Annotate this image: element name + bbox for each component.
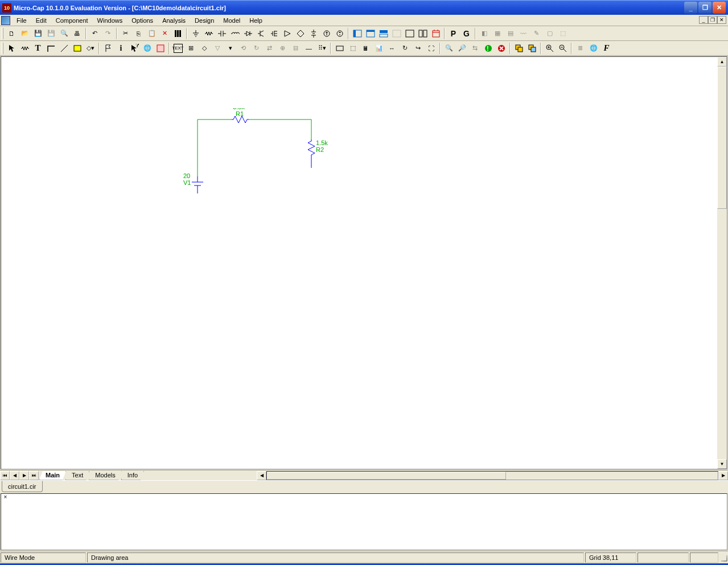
component-mode-button[interactable] [18,42,31,55]
mdi-restore-button[interactable]: ❐ [708,16,717,24]
tab-nav-prev[interactable]: ◀ [10,471,19,480]
tool-g-button[interactable]: ⬚ [556,27,569,40]
capacitor-button[interactable] [215,27,228,40]
menu-help[interactable]: Help [245,16,267,25]
output-close-button[interactable]: × [2,494,9,501]
calc-button[interactable]: 🖩 [359,42,372,55]
close-button[interactable]: ✕ [713,2,726,14]
tool-d-button[interactable]: 〰 [517,27,530,40]
v1-value-label[interactable]: 20 [183,172,190,179]
sheet-tab-info[interactable]: Info [121,471,144,480]
menu-model[interactable]: Model [219,16,245,25]
page-button[interactable]: ⬚ [346,42,359,55]
menu-file[interactable]: File [12,16,31,25]
opamp-button[interactable] [281,27,294,40]
tb2-a-button[interactable]: ⟲ [237,42,250,55]
scroll-up-button[interactable]: ▲ [717,57,727,67]
tb2-e-button[interactable]: ⊟ [289,42,302,55]
replace-button[interactable]: ⇆ [468,42,482,55]
r1-name-label[interactable]: R1 [236,110,244,117]
isource-button[interactable] [320,27,333,40]
find-next-button[interactable]: 🔎 [455,42,468,55]
file-tab-circuit1[interactable]: circuit1.cir [2,481,43,492]
globe-button[interactable]: 🌐 [587,42,600,55]
grid-toggle-button[interactable]: ⊞ [184,42,198,55]
zoom-out-button[interactable] [556,42,569,55]
resistor-button[interactable] [202,27,215,40]
tool-a-button[interactable]: ◧ [478,27,491,40]
menu-design[interactable]: Design [190,16,219,25]
panel4-button[interactable] [390,27,403,40]
go-button[interactable]: ! [482,42,495,55]
link-button[interactable]: ↔ [385,42,398,55]
hscroll-left-button[interactable]: ◀ [257,471,266,480]
stop-button[interactable] [495,42,508,55]
line-mode-button[interactable] [57,42,71,55]
hscroll-thumb[interactable] [267,472,506,480]
copy-region-button[interactable] [512,42,525,55]
toolbar-grip[interactable] [2,28,3,39]
scope-button[interactable]: 📊 [372,42,385,55]
dep-source-button[interactable] [294,27,307,40]
open-button[interactable]: 📂 [18,27,31,40]
copy-button[interactable]: ⎘ [132,27,145,40]
select-mode-button[interactable] [5,42,18,55]
output-pane[interactable]: × [1,493,727,550]
zoom-in-button[interactable] [543,42,556,55]
drawing-canvas[interactable]: 20 V1 0.5k R1 1.5k R2 [1,57,717,469]
tool-f-button[interactable]: ▢ [543,27,556,40]
undo-button[interactable]: ↶ [88,27,101,40]
paste-region-button[interactable] [525,42,538,55]
delete-button[interactable]: ✕ [158,27,171,40]
toolbar-grip[interactable] [2,43,3,54]
text-display-button[interactable]: TEXT [171,42,184,55]
panel2-button[interactable] [364,27,377,40]
mosfet-button[interactable] [268,27,281,40]
battery-button[interactable] [307,27,320,40]
mdi-close-button[interactable]: ✕ [717,16,726,24]
tool-c-button[interactable]: ▤ [504,27,517,40]
tb2-b-button[interactable]: ↻ [250,42,263,55]
redo2-button[interactable]: ↪ [412,42,425,55]
tab-nav-first[interactable]: ⏮ [0,471,10,480]
font-button[interactable]: F [600,42,613,55]
r2-name-label[interactable]: R2 [316,146,324,153]
cut-button[interactable]: ✂ [119,27,132,40]
info-mode-button[interactable]: i [114,42,127,55]
tb2-c-button[interactable]: ⇄ [263,42,276,55]
print-preview-button[interactable]: 🔍 [57,27,71,40]
wire-mode-button[interactable] [44,42,57,55]
tab-nav-last[interactable]: ⏭ [29,471,39,480]
dropdown1-button[interactable]: ▾ [224,42,237,55]
refresh-button[interactable]: ↻ [398,42,412,55]
panel3-button[interactable] [377,27,390,40]
resize-grip-icon[interactable] [719,553,728,562]
save-button[interactable]: 💾 [31,27,44,40]
scroll-down-button[interactable]: ▼ [717,459,727,469]
grid-dots-button[interactable]: ⠿▾ [315,42,328,55]
v1-name-label[interactable]: V1 [183,179,191,186]
find-button[interactable]: 🔍 [442,42,455,55]
help-mode-button[interactable]: ? [127,42,141,55]
rect-button[interactable] [333,42,346,55]
fit-button[interactable]: ⛶ [425,42,438,55]
menu-options[interactable]: Options [127,16,158,25]
paste-button[interactable]: 📋 [145,27,158,40]
menu-edit[interactable]: Edit [31,16,51,25]
vsource-button[interactable] [333,27,346,40]
maximize-button[interactable]: ❐ [698,2,711,14]
scroll-thumb[interactable] [717,67,727,209]
inductor-button[interactable] [228,27,241,40]
select-all-button[interactable] [171,27,184,40]
tool-b-button[interactable]: ▦ [491,27,504,40]
new-button[interactable]: 🗋 [5,27,18,40]
panel1-button[interactable] [351,27,364,40]
text-mode-button[interactable]: T [31,42,44,55]
point-to-end-button[interactable] [154,42,167,55]
vertical-scrollbar[interactable]: ▲ ▼ [717,57,727,469]
flag-button[interactable] [101,42,114,55]
graphics-mode-button[interactable]: ◇▾ [84,42,97,55]
panel6-button[interactable] [416,27,429,40]
sheet-tab-text[interactable]: Text [65,471,89,480]
panel5-button[interactable] [403,27,416,40]
